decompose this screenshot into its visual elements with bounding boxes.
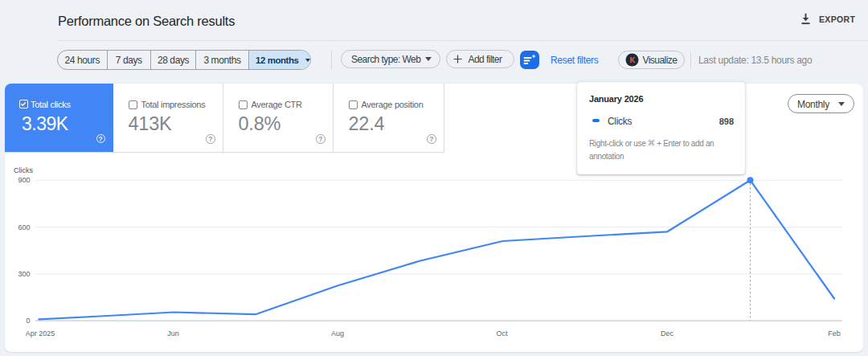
svg-text:Jun: Jun (167, 329, 179, 338)
svg-text:Dec: Dec (661, 329, 674, 338)
svg-text:0: 0 (26, 317, 30, 325)
svg-text:Aug: Aug (331, 329, 344, 338)
svg-text:Oct: Oct (496, 329, 508, 338)
svg-text:Apr 2025: Apr 2025 (26, 329, 55, 338)
svg-text:Feb: Feb (828, 329, 841, 338)
svg-text:900: 900 (18, 176, 30, 184)
svg-text:300: 300 (18, 270, 30, 278)
svg-text:Clicks: Clicks (14, 166, 33, 174)
svg-text:600: 600 (18, 223, 30, 231)
